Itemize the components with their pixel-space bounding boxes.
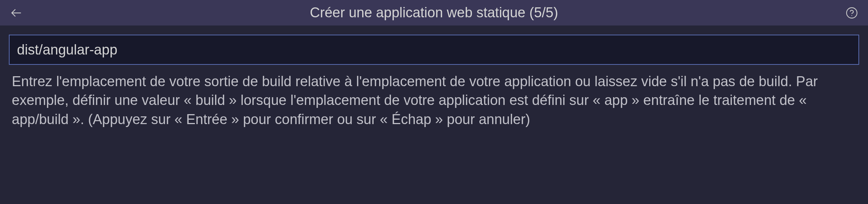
build-output-location-input[interactable]	[9, 35, 859, 65]
svg-point-1	[847, 7, 857, 18]
command-palette-container: Créer une application web statique (5/5)…	[0, 0, 868, 204]
input-section	[0, 26, 868, 69]
help-icon	[846, 7, 858, 19]
header-bar: Créer une application web statique (5/5)	[0, 0, 868, 26]
back-button[interactable]	[9, 6, 24, 20]
page-title: Créer une application web statique (5/5)	[310, 5, 558, 21]
description-text: Entrez l'emplacement de votre sortie de …	[12, 72, 856, 129]
arrow-left-icon	[10, 6, 23, 20]
header-left	[9, 6, 24, 20]
help-button[interactable]	[844, 6, 859, 20]
description-section: Entrez l'emplacement de votre sortie de …	[0, 69, 868, 138]
